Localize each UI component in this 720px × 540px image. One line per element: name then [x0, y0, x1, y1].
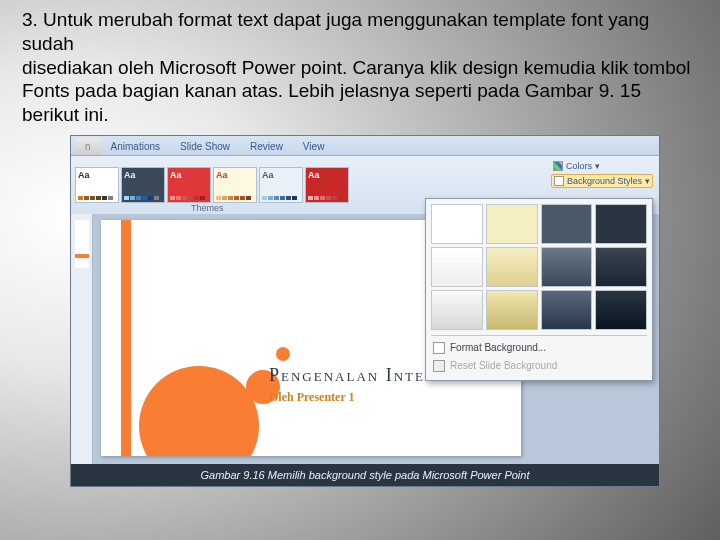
theme-aa: Aa — [124, 170, 162, 180]
format-background-icon — [433, 342, 445, 354]
background-style-option[interactable] — [541, 204, 593, 244]
background-style-option[interactable] — [595, 247, 647, 287]
ribbon-body: AaAaAaAaAaAa Themes Colors ▾ Background … — [71, 156, 659, 214]
background-style-option[interactable] — [431, 290, 483, 330]
powerpoint-window: n Animations Slide Show Review View AaAa… — [70, 135, 660, 487]
theme-color-bars — [308, 196, 346, 200]
theme-color-bars — [170, 196, 208, 200]
bgstyles-icon — [554, 176, 564, 186]
theme-aa: Aa — [216, 170, 254, 180]
colors-label: Colors — [566, 161, 592, 171]
instruction-line: 3. Untuk merubah format text dapat juga … — [22, 8, 702, 56]
theme-color-bars — [262, 196, 300, 200]
theme-thumbnail[interactable]: Aa — [75, 167, 119, 203]
theme-thumbnail[interactable]: Aa — [167, 167, 211, 203]
instruction-line: disediakan oleh Microsoft Power point. C… — [22, 56, 702, 80]
background-style-option[interactable] — [486, 290, 538, 330]
reset-background-item: Reset Slide Background — [431, 357, 647, 375]
background-style-option[interactable] — [541, 290, 593, 330]
colors-icon — [553, 161, 563, 171]
theme-aa: Aa — [170, 170, 208, 180]
theme-color-bars — [124, 196, 162, 200]
bgstyles-label: Background Styles — [567, 176, 642, 186]
background-style-option[interactable] — [486, 204, 538, 244]
theme-color-bars — [78, 196, 116, 200]
decorative-circle-small — [276, 347, 290, 361]
tab-animations[interactable]: Animations — [101, 138, 170, 155]
figure-caption: Gambar 9.16 Memilih background style pad… — [71, 464, 659, 486]
tab-view[interactable]: View — [293, 138, 335, 155]
background-style-grid — [431, 204, 647, 330]
format-background-item[interactable]: Format Background... — [431, 339, 647, 357]
theme-thumbnail[interactable]: Aa — [213, 167, 257, 203]
reset-background-icon — [433, 360, 445, 372]
background-styles-popup: Format Background... Reset Slide Backgro… — [425, 198, 653, 381]
format-background-label: Format Background... — [450, 342, 546, 353]
background-styles-button[interactable]: Background Styles ▾ — [551, 174, 653, 188]
decorative-circle-large — [139, 366, 259, 456]
theme-thumbnail[interactable]: Aa — [121, 167, 165, 203]
background-style-option[interactable] — [595, 204, 647, 244]
slides-thumbnail-pane[interactable] — [71, 214, 93, 464]
slide-thumbnail[interactable] — [75, 220, 89, 268]
theme-thumbnail[interactable]: Aa — [305, 167, 349, 203]
tab-partial[interactable]: n — [75, 138, 101, 155]
colors-button[interactable]: Colors ▾ — [551, 160, 653, 172]
tab-review[interactable]: Review — [240, 138, 293, 155]
ribbon-tabs: n Animations Slide Show Review View — [71, 136, 659, 156]
instruction-line: Fonts pada bagian kanan atas. Lebih jela… — [22, 79, 702, 127]
instruction-text: 3. Untuk merubah format text dapat juga … — [0, 0, 720, 131]
tab-slideshow[interactable]: Slide Show — [170, 138, 240, 155]
background-style-option[interactable] — [541, 247, 593, 287]
theme-aa: Aa — [78, 170, 116, 180]
background-style-option[interactable] — [486, 247, 538, 287]
slide-subtitle[interactable]: Oleh Presenter 1 — [269, 390, 355, 405]
background-style-option[interactable] — [431, 247, 483, 287]
theme-color-bars — [216, 196, 254, 200]
theme-aa: Aa — [308, 170, 346, 180]
background-style-option[interactable] — [595, 290, 647, 330]
theme-thumbnail[interactable]: Aa — [259, 167, 303, 203]
separator — [431, 335, 647, 336]
themes-group-label: Themes — [191, 203, 224, 213]
decorative-bar — [121, 220, 131, 456]
theme-aa: Aa — [262, 170, 300, 180]
reset-background-label: Reset Slide Background — [450, 360, 557, 371]
background-style-option[interactable] — [431, 204, 483, 244]
